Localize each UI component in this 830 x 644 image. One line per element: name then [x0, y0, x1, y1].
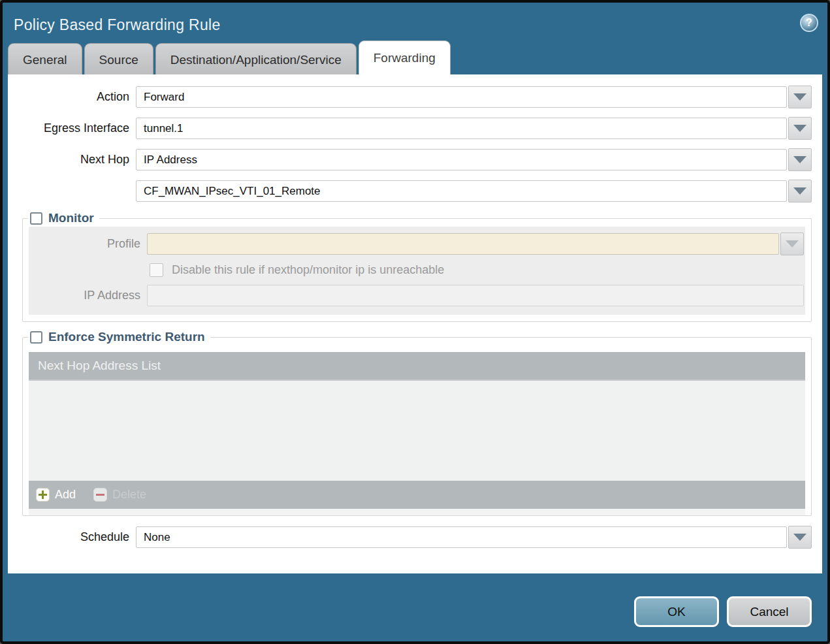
cancel-button[interactable]: Cancel — [727, 596, 812, 627]
chevron-down-icon — [793, 93, 806, 101]
next-hop-type-value: IP Address — [144, 153, 197, 167]
table-footer-toolbar: Add Delete — [29, 481, 805, 509]
disable-rule-row: Disable this rule if nexthop/monitor ip … — [150, 263, 805, 277]
action-label: Action — [8, 90, 136, 104]
disable-rule-checkbox[interactable] — [150, 263, 163, 277]
tab-destination-application-service[interactable]: Destination/Application/Service — [155, 43, 357, 74]
monitor-inner-panel: Profile Disable this rule if nexthop/mon… — [29, 227, 805, 315]
disable-rule-label: Disable this rule if nexthop/monitor ip … — [172, 263, 444, 277]
tab-general[interactable]: General — [8, 43, 82, 74]
chevron-down-icon — [786, 240, 799, 248]
egress-interface-dropdown-button[interactable] — [788, 117, 812, 140]
add-button-label: Add — [55, 488, 76, 502]
schedule-label: Schedule — [8, 530, 136, 544]
minus-icon — [93, 488, 107, 502]
tab-forwarding[interactable]: Forwarding — [359, 40, 451, 74]
help-icon[interactable]: ? — [800, 14, 818, 32]
chevron-down-icon — [793, 156, 806, 163]
next-hop-type-dropdown-button[interactable] — [788, 148, 812, 171]
next-hop-type-select[interactable]: IP Address — [136, 149, 787, 170]
symmetric-return-group: Enforce Symmetric Return Next Hop Addres… — [22, 330, 812, 516]
egress-interface-select[interactable]: tunnel.1 — [136, 118, 787, 139]
next-hop-address-select[interactable]: CF_MWAN_IPsec_VTI_01_Remote — [136, 180, 787, 202]
dialog-footer: OK Cancel — [634, 596, 812, 627]
action-row: Action Forward — [8, 86, 812, 108]
delete-button-label: Delete — [112, 488, 146, 502]
monitor-group: Monitor Profile Disable this rule if nex… — [22, 211, 812, 322]
delete-button[interactable]: Delete — [93, 488, 146, 502]
next-hop-label: Next Hop — [8, 153, 136, 167]
next-hop-address-list-table: Next Hop Address List Add Delete — [29, 352, 805, 509]
forwarding-tab-panel: Action Forward Egress Interface tunnel.1… — [8, 74, 822, 573]
titlebar: Policy Based Forwarding Rule ? — [3, 3, 827, 40]
ok-button[interactable]: OK — [634, 596, 719, 627]
monitor-ip-address-input[interactable] — [147, 285, 804, 306]
schedule-row: Schedule None — [8, 526, 812, 549]
monitor-checkbox[interactable] — [30, 212, 42, 225]
chevron-down-icon — [793, 187, 806, 195]
chevron-down-icon — [793, 125, 806, 132]
table-bottom-strip — [29, 509, 805, 515]
table-body-empty[interactable] — [29, 381, 805, 481]
symmetric-return-legend-label: Enforce Symmetric Return — [48, 330, 205, 344]
symmetric-return-checkbox[interactable] — [30, 331, 42, 344]
chevron-down-icon — [793, 534, 806, 541]
schedule-select[interactable]: None — [136, 526, 787, 548]
symmetric-return-legend: Enforce Symmetric Return — [28, 330, 210, 344]
action-select[interactable]: Forward — [136, 86, 787, 108]
table-header-label: Next Hop Address List — [38, 359, 161, 373]
dialog-title: Policy Based Forwarding Rule — [14, 16, 221, 34]
monitor-legend: Monitor — [28, 211, 99, 225]
egress-interface-label: Egress Interface — [8, 121, 136, 135]
schedule-dropdown-button[interactable] — [788, 526, 812, 549]
profile-select[interactable] — [147, 233, 779, 255]
profile-dropdown-button[interactable] — [780, 233, 804, 255]
next-hop-row: Next Hop IP Address — [8, 148, 812, 171]
profile-label: Profile — [29, 237, 147, 251]
help-glyph: ? — [806, 17, 812, 29]
action-value: Forward — [144, 91, 184, 104]
schedule-value: None — [144, 531, 170, 544]
next-hop-address-row: CF_MWAN_IPsec_VTI_01_Remote — [8, 180, 812, 202]
egress-interface-value: tunnel.1 — [144, 122, 184, 135]
add-button[interactable]: Add — [36, 488, 76, 502]
profile-row: Profile — [29, 233, 804, 255]
egress-interface-row: Egress Interface tunnel.1 — [8, 117, 812, 140]
tab-source[interactable]: Source — [84, 43, 153, 74]
action-dropdown-button[interactable] — [788, 86, 812, 108]
monitor-ip-address-label: IP Address — [29, 289, 147, 302]
monitor-legend-label: Monitor — [48, 211, 94, 225]
table-header: Next Hop Address List — [29, 352, 805, 381]
plus-icon — [36, 488, 50, 502]
tabstrip: General Source Destination/Application/S… — [3, 40, 827, 74]
policy-forwarding-dialog: Policy Based Forwarding Rule ? General S… — [0, 0, 830, 644]
next-hop-address-value: CF_MWAN_IPsec_VTI_01_Remote — [144, 185, 321, 198]
next-hop-address-dropdown-button[interactable] — [788, 180, 812, 202]
monitor-ip-address-row: IP Address — [29, 285, 804, 306]
